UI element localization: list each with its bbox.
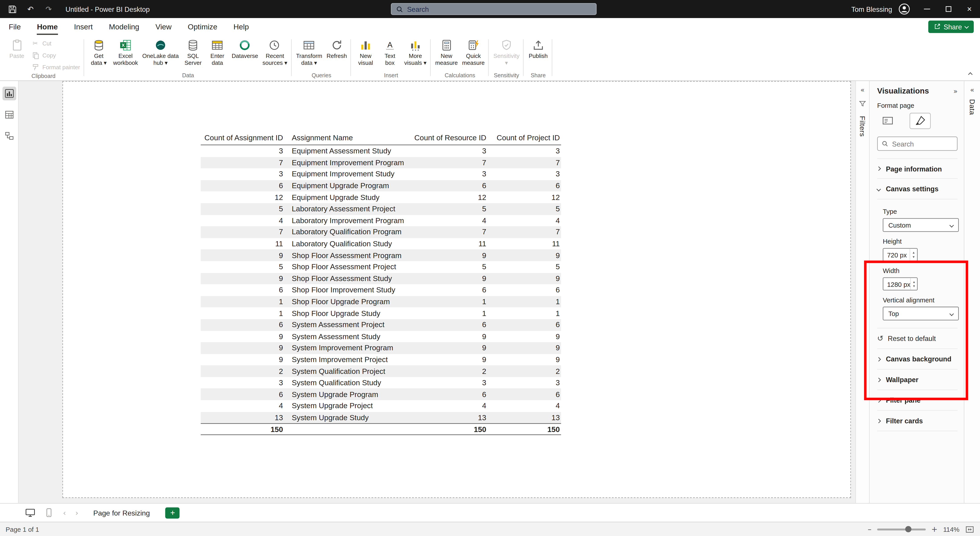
vertical-alignment-dropdown[interactable]: Top xyxy=(883,307,959,320)
save-icon[interactable] xyxy=(8,4,18,14)
report-page-canvas[interactable]: Count of Assignment ID Assignment Name C… xyxy=(62,81,851,498)
close-button[interactable]: × xyxy=(959,0,980,18)
section-wallpaper[interactable]: Wallpaper xyxy=(877,370,958,390)
column-header[interactable]: Assignment Name xyxy=(284,134,414,142)
menu-insert[interactable]: Insert xyxy=(74,18,93,35)
table-row[interactable]: 13 System Upgrade Study 13 13 xyxy=(200,412,561,423)
minimize-button[interactable] xyxy=(916,0,938,18)
table-row[interactable]: 6 Equipment Upgrade Program 6 6 xyxy=(200,180,561,191)
next-page-arrow[interactable]: › xyxy=(75,508,79,517)
table-row[interactable]: 7 Laboratory Qualification Program 7 7 xyxy=(200,226,561,238)
table-row[interactable]: 3 System Qualification Study 3 3 xyxy=(200,377,561,388)
table-row[interactable]: 5 Shop Floor Assessment Project 5 5 xyxy=(200,261,561,273)
section-canvas-settings[interactable]: Canvas settings xyxy=(877,179,958,199)
table-row[interactable]: 6 System Upgrade Program 6 6 xyxy=(200,388,561,400)
expand-filters-icon[interactable]: « xyxy=(861,87,865,94)
add-visual-tab[interactable] xyxy=(877,113,898,129)
user-name[interactable]: Tom Blessing xyxy=(851,5,892,13)
section-filter-pane[interactable]: Filter pane xyxy=(877,390,958,410)
refresh-button[interactable]: Refresh xyxy=(325,36,348,60)
section-canvas-background[interactable]: Canvas background xyxy=(877,349,958,369)
new-visual-button[interactable]: New visual xyxy=(354,36,377,67)
table-row[interactable]: 5 Laboratory Assessment Project 5 5 xyxy=(200,203,561,215)
table-row[interactable]: 9 System Improvement Project 9 9 xyxy=(200,354,561,366)
table-row[interactable]: 4 System Upgrade Project 4 4 xyxy=(200,400,561,412)
table-row[interactable]: 1 Shop Floor Upgrade Study 1 1 xyxy=(200,307,561,319)
table-view-button[interactable] xyxy=(2,108,16,122)
menu-file[interactable]: File xyxy=(9,18,21,35)
publish-button[interactable]: Publish xyxy=(527,36,549,60)
user-avatar[interactable] xyxy=(898,3,910,15)
table-row[interactable]: 9 System Improvement Program 9 9 xyxy=(200,342,561,354)
restore-button[interactable] xyxy=(938,0,959,18)
excel-workbook-button[interactable]: X Excel workbook xyxy=(112,36,139,67)
redo-icon[interactable]: ↷ xyxy=(44,4,54,14)
format-tab[interactable] xyxy=(910,113,931,129)
column-header[interactable]: Count of Assignment ID xyxy=(200,134,284,142)
column-header[interactable]: Count of Project ID xyxy=(488,134,561,142)
table-visual[interactable]: Count of Assignment ID Assignment Name C… xyxy=(200,131,561,435)
width-stepper[interactable]: ▴▾ xyxy=(910,278,917,290)
menu-help[interactable]: Help xyxy=(234,18,249,35)
reset-to-default-button[interactable]: ↺ Reset to default xyxy=(877,328,958,349)
global-search[interactable] xyxy=(391,3,597,15)
fit-to-page-icon[interactable] xyxy=(965,525,974,534)
model-view-button[interactable] xyxy=(2,129,16,143)
table-row[interactable]: 6 System Assessment Project 6 6 xyxy=(200,319,561,331)
sql-server-button[interactable]: SQL Server xyxy=(182,36,204,67)
menu-modeling[interactable]: Modeling xyxy=(109,18,139,35)
zoom-in-button[interactable]: + xyxy=(931,525,937,534)
transform-data-button[interactable]: Transform data ▾ xyxy=(295,36,324,67)
paste-button[interactable]: Paste xyxy=(6,36,28,60)
global-search-input[interactable] xyxy=(407,5,592,13)
column-header[interactable]: Count of Resource ID xyxy=(414,134,488,142)
table-row[interactable]: 9 System Assessment Study 9 9 xyxy=(200,331,561,342)
expand-data-icon[interactable]: « xyxy=(970,87,974,94)
data-pane-label[interactable]: Data xyxy=(969,99,976,115)
table-row[interactable]: 11 Laboratory Qualification Study 11 11 xyxy=(200,238,561,250)
height-input[interactable]: 720 px ▴▾ xyxy=(883,248,918,261)
format-painter-button[interactable]: Format painter xyxy=(30,62,81,72)
table-row[interactable]: 6 Shop Floor Improvement Study 6 6 xyxy=(200,285,561,296)
cut-button[interactable]: ✂ Cut xyxy=(30,38,81,49)
filters-pane-label[interactable]: Filters xyxy=(859,116,866,137)
height-stepper[interactable]: ▴▾ xyxy=(910,249,917,261)
table-row[interactable]: 3 Equipment Assessment Study 3 3 xyxy=(200,145,561,157)
dataverse-button[interactable]: Dataverse xyxy=(231,36,259,60)
share-button[interactable]: Share xyxy=(928,20,974,33)
page-tab[interactable]: Page for Resizing xyxy=(87,504,156,522)
more-visuals-button[interactable]: More visuals ▾ xyxy=(403,36,428,67)
filter-funnel-icon[interactable] xyxy=(858,99,866,110)
table-row[interactable]: 9 Shop Floor Assessment Study 9 9 xyxy=(200,273,561,285)
enter-data-button[interactable]: Enter data xyxy=(206,36,229,67)
table-row[interactable]: 3 Equipment Improvement Study 3 3 xyxy=(200,169,561,180)
report-view-button[interactable] xyxy=(2,87,16,100)
width-input[interactable]: 1280 px ▴▾ xyxy=(883,277,918,291)
menu-optimize[interactable]: Optimize xyxy=(188,18,217,35)
table-row[interactable]: 9 Shop Floor Assessment Program 9 9 xyxy=(200,250,561,261)
table-row[interactable]: 12 Equipment Upgrade Study 12 12 xyxy=(200,191,561,203)
format-search[interactable] xyxy=(877,137,958,151)
ribbon-collapse-icon[interactable] xyxy=(966,71,974,77)
type-dropdown[interactable]: Custom xyxy=(883,218,959,232)
section-filter-cards[interactable]: Filter cards xyxy=(877,411,958,431)
table-row[interactable]: 2 System Qualification Project 2 2 xyxy=(200,366,561,377)
text-box-button[interactable]: A Text box xyxy=(379,36,401,67)
table-row[interactable]: 1 Shop Floor Upgrade Program 1 1 xyxy=(200,296,561,307)
collapse-visualizations-icon[interactable]: » xyxy=(953,87,958,94)
zoom-slider[interactable] xyxy=(877,528,926,530)
copy-button[interactable]: Copy xyxy=(30,50,81,60)
zoom-percent[interactable]: 114% xyxy=(943,525,959,533)
recent-sources-button[interactable]: Recent sources ▾ xyxy=(261,36,289,67)
mobile-layout-button[interactable] xyxy=(44,507,54,518)
section-page-information[interactable]: Page information xyxy=(877,158,958,179)
table-row[interactable]: 4 Laboratory Improvement Program 4 4 xyxy=(200,215,561,226)
add-page-button[interactable]: + xyxy=(165,507,180,518)
quick-measure-button[interactable]: Quick measure xyxy=(461,36,486,67)
menu-view[interactable]: View xyxy=(156,18,172,35)
sensitivity-button[interactable]: Sensitivity ▾ xyxy=(492,36,521,67)
new-measure-button[interactable]: New measure xyxy=(434,36,459,67)
menu-home[interactable]: Home xyxy=(37,18,58,35)
undo-icon[interactable]: ↶ xyxy=(25,4,36,14)
previous-page-arrow[interactable]: ‹ xyxy=(62,508,67,517)
